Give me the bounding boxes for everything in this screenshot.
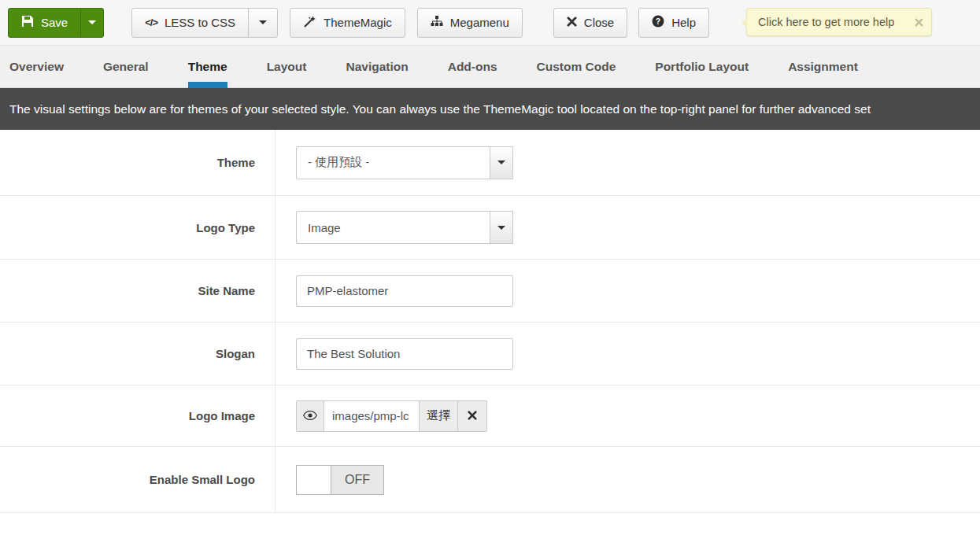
settings-form: Theme - 使用預設 - Logo Type Image Site Name… (0, 130, 980, 513)
tab-layout[interactable]: Layout (247, 46, 327, 87)
logo-type-select-value: Image (308, 221, 341, 234)
logo-image-select-button[interactable]: 選擇 (419, 400, 458, 432)
save-icon (21, 15, 34, 30)
tabs: Overview General Theme Layout Navigation… (0, 46, 878, 87)
logo-image-label: Logo Image (0, 385, 276, 446)
help-button-label: Help (671, 16, 696, 29)
logo-image-media-picker: 選擇 (296, 400, 487, 432)
preview-button[interactable] (296, 400, 324, 432)
theme-select-value: - 使用預設 - (308, 155, 369, 170)
tab-custom-code[interactable]: Custom Code (517, 46, 636, 87)
tab-bar: Overview General Theme Layout Navigation… (0, 45, 980, 88)
theme-label: Theme (0, 130, 276, 195)
tab-overview[interactable]: Overview (0, 46, 83, 87)
form-row-logo-type: Logo Type Image (0, 196, 980, 260)
tab-theme[interactable]: Theme (168, 46, 247, 87)
megamenu-label: Megamenu (450, 16, 509, 29)
tab-assignment[interactable]: Assignment (768, 46, 878, 87)
slogan-input[interactable] (296, 338, 513, 370)
chevron-down-icon[interactable] (490, 211, 513, 244)
tab-description-text: The visual settings below are for themes… (9, 102, 871, 116)
chevron-down-icon (88, 20, 96, 24)
form-row-enable-small-logo: Enable Small Logo OFF (0, 447, 980, 513)
clear-x-icon (468, 409, 477, 422)
help-circle-icon: ? (652, 15, 664, 30)
close-button[interactable]: Close (553, 8, 627, 38)
site-name-label: Site Name (0, 260, 276, 322)
less-to-css-button-group: </> LESS to CSS (131, 8, 278, 38)
save-button-group: Save (8, 8, 104, 38)
enable-small-logo-label: Enable Small Logo (0, 447, 276, 512)
code-icon: </> (145, 17, 157, 28)
svg-text:?: ? (656, 17, 660, 26)
logo-image-clear-button[interactable] (457, 400, 487, 432)
slogan-label: Slogan (0, 323, 276, 385)
help-tooltip-text: Click here to get more help (758, 16, 910, 28)
tab-description-bar: The visual settings below are for themes… (0, 88, 980, 130)
save-dropdown-button[interactable] (80, 8, 104, 38)
save-button[interactable]: Save (8, 8, 81, 38)
logo-image-path-input[interactable] (324, 400, 420, 432)
tab-navigation[interactable]: Navigation (326, 46, 427, 87)
logo-type-label: Logo Type (0, 196, 276, 259)
thememagic-button[interactable]: ThemeMagic (290, 8, 405, 38)
close-button-label: Close (584, 16, 614, 29)
magic-wand-icon (303, 15, 316, 31)
chevron-down-icon[interactable] (490, 146, 513, 179)
enable-small-logo-toggle[interactable]: OFF (296, 465, 384, 495)
eye-icon (303, 409, 317, 422)
megamenu-button[interactable]: Megamenu (417, 8, 523, 38)
thememagic-label: ThemeMagic (324, 16, 392, 29)
tab-general[interactable]: General (83, 46, 168, 87)
less-to-css-button[interactable]: </> LESS to CSS (131, 8, 249, 38)
sitemap-icon (431, 15, 443, 30)
toggle-state-label: OFF (331, 466, 383, 494)
form-row-logo-image: Logo Image 選擇 (0, 385, 980, 447)
save-button-label: Save (41, 16, 68, 29)
form-row-site-name: Site Name (0, 260, 980, 323)
less-to-css-label: LESS to CSS (165, 16, 235, 29)
logo-type-select[interactable]: Image (296, 211, 513, 244)
site-name-input[interactable] (296, 275, 513, 307)
toolbar: Save </> LESS to CSS ThemeMagic Megamenu… (0, 0, 980, 45)
less-to-css-dropdown-button[interactable] (248, 8, 278, 38)
close-icon (567, 16, 577, 29)
form-row-slogan: Slogan (0, 323, 980, 385)
help-tooltip: Click here to get more help (746, 8, 932, 36)
form-row-theme: Theme - 使用預設 - (0, 130, 980, 196)
theme-select[interactable]: - 使用預設 - (296, 146, 513, 179)
chevron-down-icon (259, 20, 267, 24)
tab-add-ons[interactable]: Add-ons (428, 46, 517, 87)
help-button[interactable]: ? Help (638, 8, 709, 38)
tab-portfolio-layout[interactable]: Portfolio Layout (635, 46, 768, 87)
tooltip-close-icon[interactable] (915, 18, 923, 27)
toggle-knob (297, 466, 331, 494)
